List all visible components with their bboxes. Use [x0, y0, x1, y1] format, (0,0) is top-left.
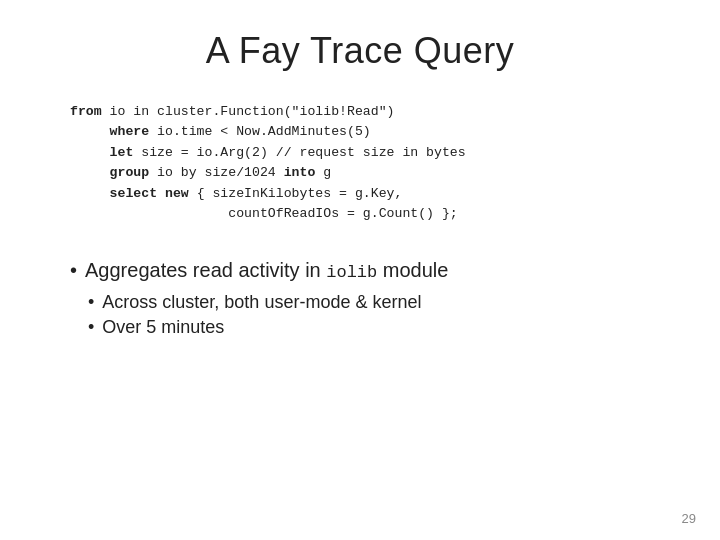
bullet-list: Aggregates read activity in iolib module [60, 259, 660, 288]
code-line-4: group io by size/1024 into g [70, 163, 660, 183]
code-line-2: where io.time < Now.AddMinutes(5) [70, 122, 660, 142]
keyword-group: group [70, 165, 149, 180]
bullet-item-1: Aggregates read activity in iolib module [70, 259, 660, 282]
keyword-select: select [70, 186, 157, 201]
bullet-text-1: Aggregates read activity in iolib module [85, 259, 448, 282]
sub-bullet-list: Across cluster, both user-mode & kernel … [60, 292, 660, 342]
keyword-where: where [70, 124, 149, 139]
code-line-6: countOfReadIOs = g.Count() }; [70, 204, 660, 224]
keyword-let: let [70, 145, 133, 160]
slide-number: 29 [682, 511, 696, 526]
slide: A Fay Trace Query from io in cluster.Fun… [0, 0, 720, 540]
code-line-1: from io in cluster.Function("iolib!Read"… [70, 102, 660, 122]
keyword-new: new [157, 186, 189, 201]
keyword-from: from [70, 104, 102, 119]
code-block: from io in cluster.Function("iolib!Read"… [60, 102, 660, 225]
slide-title: A Fay Trace Query [60, 30, 660, 72]
code-line-5: select new { sizeInKilobytes = g.Key, [70, 184, 660, 204]
sub-bullet-item-1: Across cluster, both user-mode & kernel [88, 292, 660, 313]
code-io-by: io by [149, 165, 196, 180]
keyword-into: into [284, 165, 316, 180]
code-line-3: let size = io.Arg(2) // request size in … [70, 143, 660, 163]
sub-bullet-item-2: Over 5 minutes [88, 317, 660, 338]
